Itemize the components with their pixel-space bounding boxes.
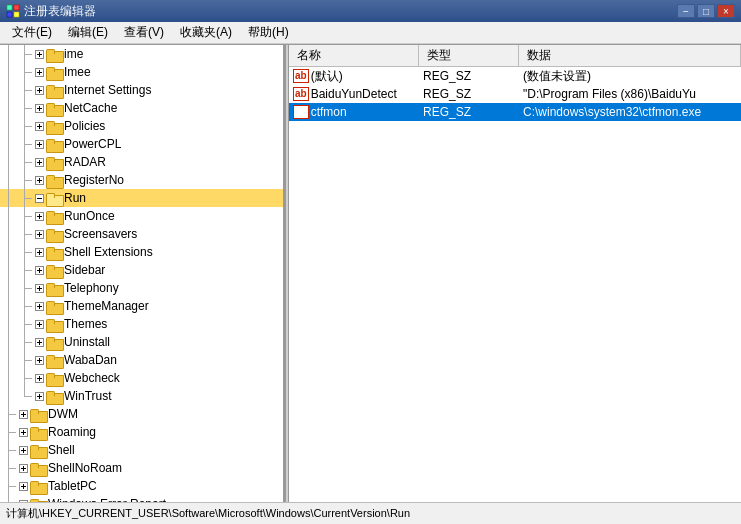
expander-windowserrorreport[interactable] — [16, 497, 30, 502]
tree-item-screensavers[interactable]: Screensavers — [0, 225, 283, 243]
data-row-baiduyundetect[interactable]: ab BaiduYunDetect REG_SZ "D:\Program Fil… — [289, 85, 741, 103]
tree-item-tabletpc[interactable]: TabletPC — [0, 477, 283, 495]
expander-webcheck[interactable] — [32, 371, 46, 385]
folder-icon-run — [46, 192, 62, 205]
tree-item-policies[interactable]: Policies — [0, 117, 283, 135]
close-button[interactable]: × — [717, 4, 735, 18]
tree-label-internetsettings: Internet Settings — [64, 83, 151, 97]
expander-runonce[interactable] — [32, 209, 46, 223]
expander-sidebar[interactable] — [32, 263, 46, 277]
tree-label-shellextensions: Shell Extensions — [64, 245, 153, 259]
expander-netcache[interactable] — [32, 101, 46, 115]
expander-shellnoroam[interactable] — [16, 461, 30, 475]
tree-item-themes[interactable]: Themes — [0, 315, 283, 333]
tree-label-roaming: Roaming — [48, 425, 96, 439]
tree-item-runonce[interactable]: RunOnce — [0, 207, 283, 225]
expander-ime[interactable] — [32, 47, 46, 61]
expander-policies[interactable] — [32, 119, 46, 133]
tree-panel: ime Imee Internet Settings — [0, 45, 285, 502]
cell-name-ctfmon: ab ctfmon — [289, 105, 419, 119]
tree-item-dwm[interactable]: DWM — [0, 405, 283, 423]
expander-dwm[interactable] — [16, 407, 30, 421]
tree-item-windowserrorreport[interactable]: Windows Error Report — [0, 495, 283, 502]
tree-item-shellextensions[interactable]: Shell Extensions — [0, 243, 283, 261]
menu-favorites[interactable]: 收藏夹(A) — [172, 22, 240, 43]
label-ctfmon: ctfmon — [311, 105, 347, 119]
tree-item-sidebar[interactable]: Sidebar — [0, 261, 283, 279]
tree-item-uninstall[interactable]: Uninstall — [0, 333, 283, 351]
expander-registerno[interactable] — [32, 173, 46, 187]
svg-rect-3 — [14, 12, 19, 17]
data-row-ctfmon[interactable]: ab ctfmon REG_SZ C:\windows\system32\ctf… — [289, 103, 741, 121]
minimize-button[interactable]: − — [677, 4, 695, 18]
menu-view[interactable]: 查看(V) — [116, 22, 172, 43]
tree-item-internetsettings[interactable]: Internet Settings — [0, 81, 283, 99]
folder-icon-wabadan — [46, 354, 62, 367]
expander-wabadan[interactable] — [32, 353, 46, 367]
expander-uninstall[interactable] — [32, 335, 46, 349]
app-icon — [6, 4, 20, 18]
menu-file[interactable]: 文件(E) — [4, 22, 60, 43]
folder-icon-uninstall — [46, 336, 62, 349]
window-title: 注册表编辑器 — [24, 3, 677, 20]
main-area: ime Imee Internet Settings — [0, 44, 741, 502]
tree-item-shellnoroam[interactable]: ShellNoRoam — [0, 459, 283, 477]
tree-item-ime[interactable]: ime — [0, 45, 283, 63]
tree-item-wabadan[interactable]: WabaDan — [0, 351, 283, 369]
folder-icon-shellextensions — [46, 246, 62, 259]
expander-shellextensions[interactable] — [32, 245, 46, 259]
expander-telephony[interactable] — [32, 281, 46, 295]
tree-item-radar[interactable]: RADAR — [0, 153, 283, 171]
expander-run[interactable] — [32, 191, 46, 205]
tree-scroll[interactable]: ime Imee Internet Settings — [0, 45, 283, 502]
expander-internetsettings[interactable] — [32, 83, 46, 97]
tree-item-shell[interactable]: Shell — [0, 441, 283, 459]
tree-item-roaming[interactable]: Roaming — [0, 423, 283, 441]
tree-item-thememanager[interactable]: ThemeManager — [0, 297, 283, 315]
tree-label-run: Run — [64, 191, 86, 205]
folder-icon-thememanager — [46, 300, 62, 313]
cell-data-default: (数值未设置) — [519, 68, 741, 85]
expander-roaming[interactable] — [16, 425, 30, 439]
expander-themes[interactable] — [32, 317, 46, 331]
data-row-default[interactable]: ab (默认) REG_SZ (数值未设置) — [289, 67, 741, 85]
maximize-button[interactable]: □ — [697, 4, 715, 18]
tree-item-registerno[interactable]: RegisterNo — [0, 171, 283, 189]
folder-icon-themes — [46, 318, 62, 331]
expander-shell[interactable] — [16, 443, 30, 457]
folder-icon-dwm — [30, 408, 46, 421]
expander-screensavers[interactable] — [32, 227, 46, 241]
expander-wintrust[interactable] — [32, 389, 46, 403]
data-list[interactable]: ab (默认) REG_SZ (数值未设置) ab BaiduYunDetect… — [289, 67, 741, 502]
reg-icon-baiduyundetect: ab — [293, 87, 309, 101]
svg-rect-1 — [14, 5, 19, 10]
tree-item-telephony[interactable]: Telephony — [0, 279, 283, 297]
tree-item-run[interactable]: Run — [0, 189, 283, 207]
expander-radar[interactable] — [32, 155, 46, 169]
menu-edit[interactable]: 编辑(E) — [60, 22, 116, 43]
svg-rect-0 — [7, 5, 12, 10]
menu-help[interactable]: 帮助(H) — [240, 22, 297, 43]
tree-label-screensavers: Screensavers — [64, 227, 137, 241]
tree-label-wabadan: WabaDan — [64, 353, 117, 367]
tree-item-imee[interactable]: Imee — [0, 63, 283, 81]
tree-label-registerno: RegisterNo — [64, 173, 124, 187]
tree-item-powercpl[interactable]: PowerCPL — [0, 135, 283, 153]
folder-icon-screensavers — [46, 228, 62, 241]
right-panel: 名称 类型 数据 ab (默认) REG_SZ (数值未设置) ab Baidu… — [289, 45, 741, 502]
window-controls: − □ × — [677, 4, 735, 18]
tree-item-netcache[interactable]: NetCache — [0, 99, 283, 117]
title-bar: 注册表编辑器 − □ × — [0, 0, 741, 22]
expander-powercpl[interactable] — [32, 137, 46, 151]
tree-label-shellnoroam: ShellNoRoam — [48, 461, 122, 475]
tree-item-wintrust[interactable]: WinTrust — [0, 387, 283, 405]
expander-tabletpc[interactable] — [16, 479, 30, 493]
tree-label-imee: Imee — [64, 65, 91, 79]
tree-label-tabletpc: TabletPC — [48, 479, 97, 493]
tree-item-webcheck[interactable]: Webcheck — [0, 369, 283, 387]
column-headers: 名称 类型 数据 — [289, 45, 741, 67]
label-baiduyundetect: BaiduYunDetect — [311, 87, 397, 101]
tree-label-powercpl: PowerCPL — [64, 137, 121, 151]
expander-imee[interactable] — [32, 65, 46, 79]
expander-thememanager[interactable] — [32, 299, 46, 313]
